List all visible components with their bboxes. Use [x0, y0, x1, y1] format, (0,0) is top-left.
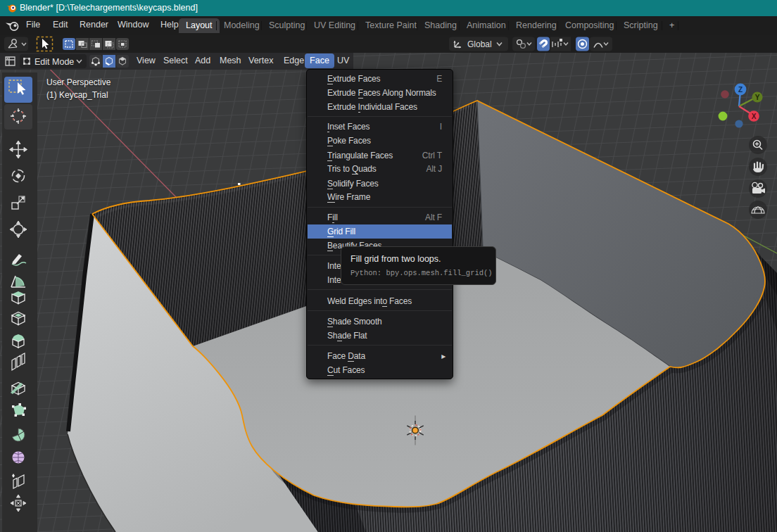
- svg-text:X: X: [752, 113, 757, 120]
- svg-text:Edit Mode: Edit Mode: [34, 57, 74, 67]
- svg-text:Z: Z: [738, 86, 743, 94]
- svg-text:Y: Y: [755, 94, 760, 101]
- svg-text:Global: Global: [467, 39, 492, 49]
